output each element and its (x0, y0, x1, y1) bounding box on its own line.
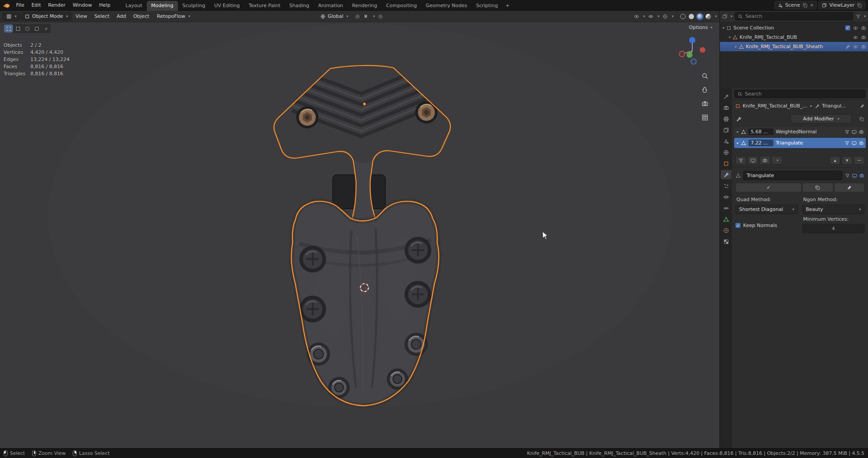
tab-rendering[interactable]: Rendering (347, 1, 381, 11)
camera-view-icon[interactable] (701, 100, 709, 107)
tab-animation[interactable]: Animation (314, 1, 347, 11)
zoom-icon[interactable] (701, 72, 709, 80)
tab-compositing[interactable]: Compositing (382, 1, 422, 11)
mode-dropdown[interactable]: Object Mode ▾ (21, 12, 71, 21)
outliner-row-knife[interactable]: ▾ Knife_RMJ_Tactical_BUB (720, 33, 868, 42)
snap-magnet-icon[interactable] (363, 14, 368, 19)
breadcrumb-object[interactable]: Knife_RMJ_Tactical_BUB_... (743, 103, 807, 109)
ortho-grid-icon[interactable] (701, 114, 709, 121)
duplicate-modifier-button[interactable] (802, 183, 833, 192)
tool-select-circle[interactable] (23, 25, 32, 33)
tab-layout[interactable]: Layout (121, 1, 146, 11)
move-modifier-down-button[interactable]: ▾ (842, 156, 852, 165)
eye-icon[interactable] (853, 35, 858, 40)
pivot-point-button[interactable]: ◎ (355, 13, 360, 19)
proportional-edit-button[interactable]: ◎ (378, 13, 383, 19)
edit-mode-toggle-icon[interactable] (845, 173, 850, 178)
camera-render-icon[interactable] (861, 35, 866, 40)
overlays-icon[interactable] (662, 14, 668, 19)
outliner-row-sheath[interactable]: ▸ Knife_RMJ_Tactical_BUB_Sheath (720, 42, 868, 51)
modifier-value-field[interactable]: 5.68 ... (748, 128, 773, 135)
tab-render[interactable] (721, 103, 732, 112)
realtime-display-icon[interactable] (852, 173, 857, 178)
eye-icon[interactable] (853, 44, 858, 50)
scene-selector[interactable]: Scene × (774, 1, 817, 9)
viewlayer-selector[interactable]: ViewLayer (818, 1, 865, 9)
list-filter-button[interactable]: ▾ (772, 156, 782, 165)
tab-world[interactable] (721, 148, 732, 157)
filter-funnel-icon[interactable] (856, 14, 861, 19)
unlink-scene-icon[interactable]: × (810, 3, 814, 8)
tool-tweak-select[interactable] (4, 25, 13, 33)
tab-object[interactable] (721, 159, 732, 168)
shading-solid-button[interactable] (689, 14, 694, 19)
pin-modifier-button[interactable] (834, 183, 864, 192)
menu-window[interactable]: Window (69, 1, 95, 9)
tool-select-box[interactable] (13, 25, 22, 33)
tab-object-data[interactable] (721, 215, 732, 224)
minimum-vertices-field[interactable]: 4 (802, 224, 865, 233)
shading-material-button[interactable] (697, 14, 703, 19)
render-display-icon[interactable] (859, 173, 864, 178)
retopoflow-menu[interactable]: RetopoFlow ▾ (153, 12, 194, 21)
edit-mode-toggle-icon[interactable] (844, 140, 850, 146)
breadcrumb-modifier[interactable]: Triangul... (822, 103, 846, 109)
menu-select[interactable]: Select (91, 12, 112, 21)
collection-checkbox[interactable]: ✓ (845, 25, 850, 30)
tab-scene[interactable] (721, 136, 732, 146)
camera-render-icon[interactable] (861, 25, 866, 31)
menu-help[interactable]: Help (95, 1, 114, 9)
camera-render-icon[interactable] (861, 44, 866, 50)
pin-icon[interactable] (860, 103, 865, 109)
orientation-dropdown[interactable]: Global ▾ (317, 12, 352, 21)
modifier-name-input[interactable]: Triangulate (743, 171, 843, 180)
tab-particles[interactable] (721, 181, 732, 190)
tab-uv-editing[interactable]: UV Editing (210, 1, 244, 11)
toggle-editmode-all-button[interactable] (736, 156, 746, 165)
move-modifier-up-button[interactable]: ▴ (830, 156, 840, 165)
tab-tool[interactable] (721, 92, 732, 101)
render-display-icon[interactable] (859, 140, 864, 146)
scene-knife-sheath[interactable] (0, 11, 719, 448)
shading-rendered-button[interactable] (706, 14, 711, 19)
edit-mode-toggle-icon[interactable] (844, 129, 850, 135)
blender-logo-icon[interactable] (3, 2, 11, 8)
tab-texture-paint[interactable]: Texture Paint (244, 1, 285, 11)
toggle-render-all-button[interactable] (760, 156, 770, 165)
new-scene-icon[interactable] (802, 3, 808, 8)
tab-modifiers[interactable] (721, 170, 732, 179)
snap-dropdown[interactable]: ▾ (373, 14, 375, 18)
panel-drag-dots[interactable]: · · · · (732, 149, 868, 155)
menu-file[interactable]: File (12, 1, 28, 9)
navigation-gizmo[interactable] (678, 37, 707, 65)
viewport-3d[interactable]: ▾ Object Mode ▾ View Select Add Object R… (0, 11, 719, 448)
tab-geometry-nodes[interactable]: Geometry Nodes (421, 1, 471, 11)
keep-normals-checkbox[interactable]: ✓ (736, 223, 740, 228)
tab-texture[interactable] (721, 237, 732, 246)
gizmos-icon[interactable] (648, 14, 653, 19)
tool-cursor[interactable] (41, 25, 50, 33)
tab-sculpting[interactable]: Sculpting (178, 1, 210, 11)
options-dropdown[interactable]: Options ▾ (689, 25, 712, 30)
render-display-icon[interactable] (859, 129, 864, 135)
remove-modifier-button[interactable]: − (854, 156, 864, 165)
modifier-value-field[interactable]: 7.22 ... (748, 140, 773, 146)
modifier-row-triangulate[interactable]: ▸ 7.22 ... Triangulate (734, 138, 866, 148)
outliner-search-input[interactable]: Search (735, 12, 853, 21)
visibility-eye-icon[interactable] (634, 14, 639, 19)
menu-object[interactable]: Object (130, 12, 153, 21)
tab-material[interactable] (721, 226, 732, 235)
tab-shading[interactable]: Shading (285, 1, 314, 11)
realtime-display-icon[interactable] (851, 129, 857, 135)
menu-add[interactable]: Add (113, 12, 129, 21)
quad-method-dropdown[interactable]: Shortest Diagonal ▾ (736, 205, 798, 214)
pan-hand-icon[interactable] (701, 86, 709, 94)
apply-modifier-button[interactable]: ✓ (736, 183, 802, 192)
tool-select-lasso[interactable] (32, 25, 41, 33)
properties-search-input[interactable]: Search (734, 90, 866, 98)
add-workspace-button[interactable]: + (502, 1, 513, 11)
outliner-display-mode-icon[interactable] (722, 14, 727, 19)
menu-view[interactable]: View (72, 12, 90, 21)
tab-constraints[interactable] (721, 203, 732, 213)
tab-modeling[interactable]: Modeling (147, 1, 178, 11)
